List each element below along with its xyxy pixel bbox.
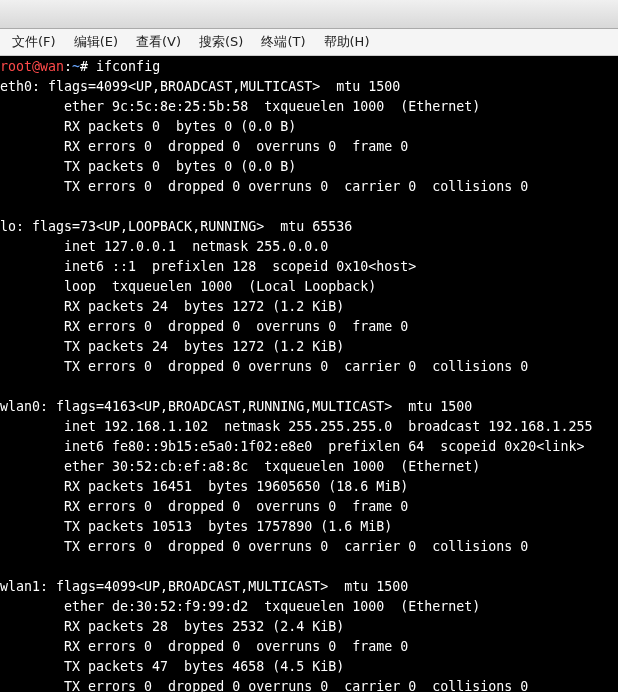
terminal-output: eth0: flags=4099<UP,BROADCAST,MULTICAST>… <box>0 79 592 692</box>
menu-help[interactable]: 帮助(H) <box>316 30 378 54</box>
prompt-separator: : <box>64 59 72 74</box>
menu-terminal[interactable]: 终端(T) <box>253 30 313 54</box>
menubar: 文件(F) 编辑(E) 查看(V) 搜索(S) 终端(T) 帮助(H) <box>0 29 618 56</box>
menu-edit[interactable]: 编辑(E) <box>66 30 126 54</box>
prompt-user-host: root@wan <box>0 59 64 74</box>
terminal-viewport[interactable]: root@wan:~# ifconfig eth0: flags=4099<UP… <box>0 56 618 692</box>
window-titlebar[interactable] <box>0 0 618 29</box>
menu-file[interactable]: 文件(F) <box>4 30 64 54</box>
command-text: ifconfig <box>96 59 160 74</box>
menu-view[interactable]: 查看(V) <box>128 30 189 54</box>
menu-search[interactable]: 搜索(S) <box>191 30 251 54</box>
prompt-path: ~ <box>72 59 80 74</box>
prompt-hash: # <box>80 59 96 74</box>
